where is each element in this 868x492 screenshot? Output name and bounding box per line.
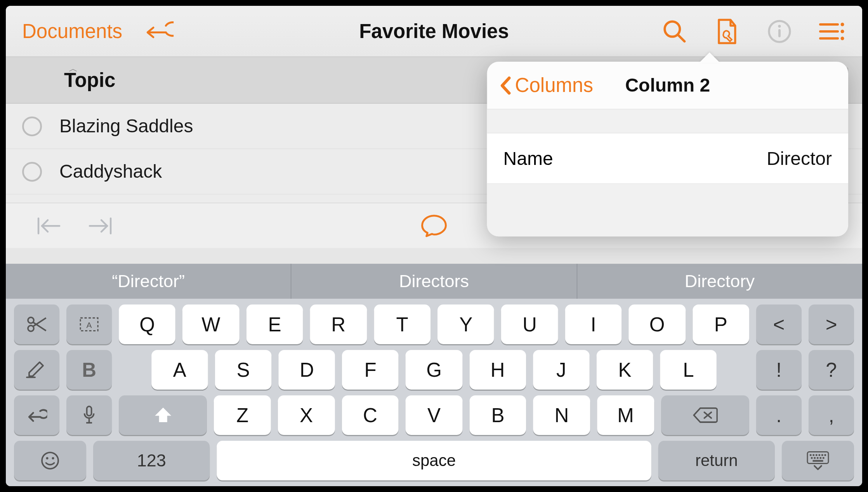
letter-key[interactable]: N	[533, 395, 590, 435]
shift-key[interactable]	[119, 395, 207, 435]
popover-spacer	[487, 184, 848, 236]
undo-key[interactable]	[14, 395, 59, 435]
letter-key[interactable]: C	[342, 395, 399, 435]
letter-key[interactable]: K	[597, 350, 653, 390]
svg-point-29	[46, 457, 49, 459]
svg-rect-33	[812, 454, 814, 456]
highlighter-icon	[26, 361, 48, 378]
row-text[interactable]: Caddyshack	[59, 161, 162, 182]
svg-rect-42	[823, 457, 825, 459]
letter-key[interactable]: L	[660, 350, 717, 390]
documents-button[interactable]: Documents	[22, 20, 122, 43]
letter-key[interactable]: X	[278, 395, 335, 435]
bold-key[interactable]: B	[66, 350, 112, 390]
popover-header: Columns Column 2	[487, 62, 848, 109]
punct-key[interactable]: ,	[809, 395, 854, 435]
predictive-bar: “Director” Directors Directory	[6, 264, 862, 299]
select-key[interactable]: A	[66, 305, 112, 344]
return-key[interactable]: return	[658, 441, 774, 480]
highlight-key[interactable]	[14, 350, 59, 390]
letter-key[interactable]: W	[182, 305, 239, 344]
punct-key[interactable]: !	[756, 350, 802, 390]
letter-key[interactable]: R	[310, 305, 367, 344]
svg-rect-37	[824, 454, 826, 456]
speech-bubble-icon	[420, 212, 448, 239]
letter-key[interactable]: O	[629, 305, 686, 344]
predictive-suggestion[interactable]: “Director”	[6, 264, 292, 299]
svg-marker-25	[155, 407, 171, 422]
undo-icon	[146, 19, 174, 43]
wrench-page-icon	[715, 17, 739, 45]
letter-key[interactable]: Q	[119, 305, 175, 344]
svg-text:A: A	[87, 320, 92, 329]
search-button[interactable]	[661, 17, 689, 45]
svg-line-17	[33, 322, 46, 331]
dismiss-keyboard-key[interactable]	[781, 441, 854, 480]
letter-key[interactable]: T	[374, 305, 431, 344]
row-status-circle[interactable]	[22, 161, 42, 181]
letter-key[interactable]: E	[247, 305, 303, 344]
svg-point-9	[841, 29, 844, 33]
list-options-button[interactable]	[818, 17, 846, 45]
search-icon	[662, 19, 687, 43]
wrench-page-button[interactable]	[713, 17, 741, 45]
letter-key[interactable]: H	[469, 350, 526, 390]
row-text[interactable]: Blazing Saddles	[59, 115, 193, 137]
letter-key[interactable]: U	[501, 305, 558, 344]
dictation-key[interactable]	[66, 395, 112, 435]
row-status-circle[interactable]	[22, 116, 42, 136]
predictive-suggestion[interactable]: Directors	[292, 264, 577, 299]
backspace-icon	[692, 406, 718, 424]
info-icon	[767, 19, 792, 43]
letter-key[interactable]: S	[215, 350, 272, 390]
svg-line-18	[33, 318, 46, 327]
note-button[interactable]	[420, 211, 448, 239]
svg-rect-32	[810, 454, 812, 456]
svg-rect-22	[87, 406, 92, 416]
column-name-field[interactable]: Name Director	[487, 133, 848, 184]
svg-rect-41	[819, 457, 821, 459]
undo-button[interactable]	[146, 17, 174, 45]
letter-key[interactable]: A	[151, 350, 208, 390]
shift-icon	[153, 406, 173, 424]
column-name-value[interactable]: Director	[767, 147, 832, 169]
letter-key[interactable]: D	[278, 350, 335, 390]
predictive-suggestion[interactable]: Directory	[577, 264, 862, 299]
svg-rect-36	[821, 454, 823, 456]
cursor-left-key[interactable]: <	[756, 305, 802, 344]
column-settings-popover: Columns Column 2 Name Director	[487, 62, 848, 236]
space-key[interactable]: space	[217, 441, 652, 480]
letter-key[interactable]: G	[406, 350, 462, 390]
svg-rect-40	[817, 457, 819, 459]
popover-back-button[interactable]: Columns	[499, 74, 593, 97]
cursor-right-key[interactable]: >	[809, 305, 854, 344]
undo-arrow-icon	[26, 407, 47, 423]
popover-back-label: Columns	[515, 74, 593, 97]
svg-point-8	[841, 23, 844, 26]
svg-rect-35	[818, 454, 820, 456]
letter-key[interactable]: P	[693, 305, 749, 344]
svg-rect-39	[814, 457, 816, 459]
dismiss-keyboard-icon	[805, 450, 831, 471]
letter-key[interactable]: Z	[214, 395, 271, 435]
emoji-key[interactable]	[14, 441, 87, 480]
letter-key[interactable]: Y	[437, 305, 494, 344]
letter-key[interactable]: I	[565, 305, 621, 344]
svg-point-30	[52, 457, 54, 459]
numbers-key[interactable]: 123	[94, 441, 210, 480]
letter-key[interactable]: J	[533, 350, 590, 390]
punct-key[interactable]: .	[756, 395, 802, 435]
letter-key[interactable]: B	[469, 395, 526, 435]
backspace-key[interactable]	[661, 395, 749, 435]
letter-key[interactable]: F	[342, 350, 399, 390]
toolbar: Documents Favorite Movies	[6, 6, 862, 57]
scissors-icon	[26, 315, 47, 333]
info-button[interactable]	[766, 17, 793, 45]
cut-key[interactable]	[14, 305, 59, 344]
svg-rect-4	[778, 29, 781, 37]
column-name-label: Name	[503, 147, 553, 169]
punct-key[interactable]: ?	[809, 350, 854, 390]
letter-key[interactable]: V	[406, 395, 463, 435]
microphone-icon	[83, 405, 95, 425]
letter-key[interactable]: M	[597, 395, 654, 435]
